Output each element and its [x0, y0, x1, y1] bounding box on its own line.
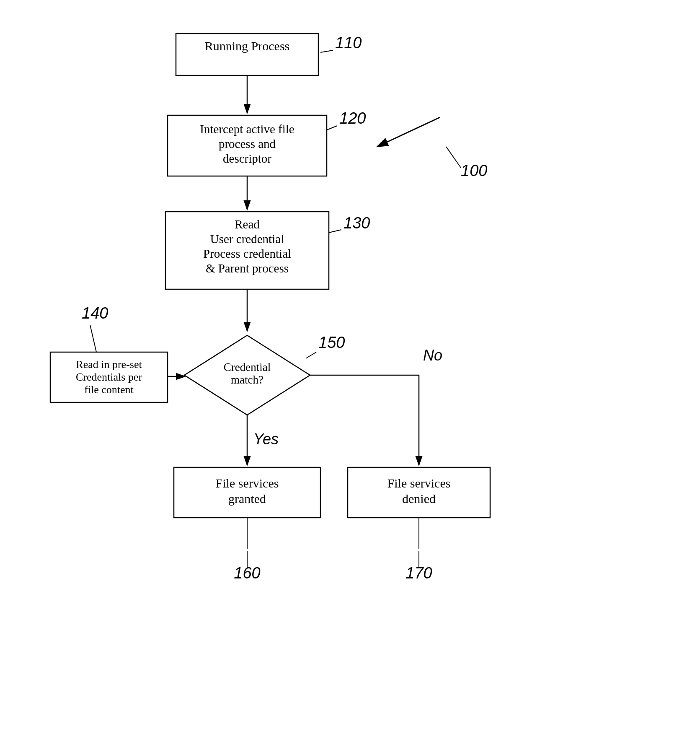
file-denied-text-1: File services — [387, 476, 451, 490]
label-100: 100 — [461, 162, 487, 179]
preset-cred-text-2: Credentials per — [76, 371, 142, 383]
credential-match-text-1: Credential — [224, 361, 271, 373]
preset-cred-text-3: file content — [84, 384, 134, 396]
external-arrow — [377, 117, 440, 147]
intercept-text-3: descriptor — [223, 152, 271, 165]
label-150: 150 — [318, 334, 345, 351]
label-130-line — [329, 230, 341, 233]
label-140: 140 — [82, 304, 108, 322]
credential-match-text-2: match? — [231, 373, 263, 386]
diagram-container: Running Process 110 Intercept active fil… — [0, 0, 700, 739]
running-process-text: Running Process — [205, 39, 290, 53]
no-label: No — [423, 347, 442, 364]
read-cred-text-2: User credential — [210, 232, 284, 246]
label-110-line — [320, 50, 333, 52]
read-cred-text-3: Process credential — [203, 247, 291, 260]
read-cred-text-4: & Parent process — [206, 262, 289, 275]
label-130: 130 — [344, 214, 370, 232]
intercept-text-1: Intercept active file — [200, 122, 294, 136]
label-100-line — [446, 147, 461, 168]
label-150-line — [306, 352, 316, 358]
intercept-text-2: process and — [219, 137, 276, 150]
label-120: 120 — [339, 109, 366, 127]
label-110: 110 — [335, 34, 362, 52]
yes-label: Yes — [253, 430, 279, 448]
file-denied-text-2: denied — [402, 492, 436, 506]
file-granted-text-1: File services — [216, 476, 279, 490]
preset-cred-text-1: Read in pre-set — [76, 358, 142, 371]
label-140-line — [90, 325, 96, 352]
read-cred-text-1: Read — [235, 218, 260, 231]
file-granted-text-2: granted — [228, 492, 266, 506]
label-120-line — [327, 126, 337, 130]
